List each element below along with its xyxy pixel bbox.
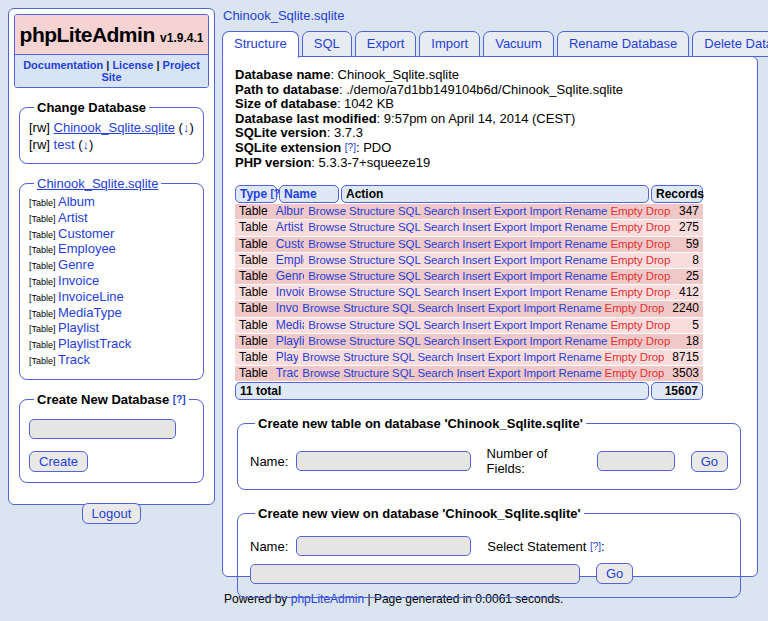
action-structure-link[interactable]: Structure [349,319,395,331]
action-empty-link[interactable]: Empty [610,254,642,266]
action-empty-link[interactable]: Empty [610,335,642,347]
action-browse-link[interactable]: Browse [308,335,346,347]
action-insert-link[interactable]: Insert [462,270,490,282]
action-sql-link[interactable]: SQL [398,254,420,266]
table-name-link-album[interactable]: Album [276,204,305,218]
action-rename-link[interactable]: Rename [559,367,602,379]
action-browse-link[interactable]: Browse [308,286,346,298]
action-browse-link[interactable]: Browse [302,367,340,379]
action-structure-link[interactable]: Structure [349,335,395,347]
action-export-link[interactable]: Export [488,367,521,379]
table-name-link-employee[interactable]: Employee [276,253,305,267]
tab-delete-database[interactable]: Delete Database [692,31,768,57]
column-header-name[interactable]: Name [279,185,339,203]
tab-import[interactable]: Import [419,31,480,57]
action-rename-link[interactable]: Rename [564,270,607,282]
action-insert-link[interactable]: Insert [456,302,484,314]
action-structure-link[interactable]: Structure [343,302,389,314]
action-sql-link[interactable]: SQL [398,335,420,347]
table-name-link-invoice[interactable]: Invoice [276,285,305,299]
action-sql-link[interactable]: SQL [398,286,420,298]
action-empty-link[interactable]: Empty [610,221,642,233]
action-structure-link[interactable]: Structure [349,270,395,282]
action-rename-link[interactable]: Rename [564,205,607,217]
tab-rename-database[interactable]: Rename Database [557,31,689,57]
action-sql-link[interactable]: SQL [398,238,420,250]
action-browse-link[interactable]: Browse [308,270,346,282]
table-name-link-invoiceline[interactable]: InvoiceLine [276,301,299,315]
tab-structure[interactable]: Structure [222,31,299,58]
action-insert-link[interactable]: Insert [462,335,490,347]
action-structure-link[interactable]: Structure [349,205,395,217]
action-structure-link[interactable]: Structure [349,221,395,233]
action-search-link[interactable]: Search [423,319,459,331]
action-search-link[interactable]: Search [417,367,453,379]
action-empty-link[interactable]: Empty [605,367,637,379]
table-name-link-genre[interactable]: Genre [276,269,305,283]
database-link[interactable]: Chinook_Sqlite.sqlite [54,120,175,135]
action-rename-link[interactable]: Rename [564,221,607,233]
current-database-link[interactable]: Chinook_Sqlite.sqlite [37,176,158,191]
action-import-link[interactable]: Import [523,351,555,363]
action-drop-link[interactable]: Drop [640,351,665,363]
select-statement-help-icon[interactable]: [?] [590,541,601,552]
action-search-link[interactable]: Search [423,205,459,217]
action-drop-link[interactable]: Drop [646,254,671,266]
action-browse-link[interactable]: Browse [308,254,346,266]
action-search-link[interactable]: Search [423,221,459,233]
action-insert-link[interactable]: Insert [462,286,490,298]
action-structure-link[interactable]: Structure [343,367,389,379]
table-name-link-artist[interactable]: Artist [276,220,303,234]
action-drop-link[interactable]: Drop [640,302,665,314]
action-export-link[interactable]: Export [494,221,527,233]
tab-vacuum[interactable]: Vacuum [483,31,554,57]
action-drop-link[interactable]: Drop [646,221,671,233]
table-name-link-track[interactable]: Track [276,366,299,380]
action-rename-link[interactable]: Rename [564,254,607,266]
action-rename-link[interactable]: Rename [564,238,607,250]
create-view-go-button[interactable]: Go [596,563,633,584]
action-empty-link[interactable]: Empty [605,351,637,363]
action-browse-link[interactable]: Browse [302,351,340,363]
info-help-icon[interactable]: [?] [345,142,356,153]
action-insert-link[interactable]: Insert [462,238,490,250]
sidebar-table-link-playlist[interactable]: Playlist [58,320,99,335]
action-empty-link[interactable]: Empty [610,270,642,282]
action-search-link[interactable]: Search [417,351,453,363]
breadcrumb-database-link[interactable]: Chinook_Sqlite.sqlite [223,8,344,23]
action-drop-link[interactable]: Drop [646,286,671,298]
action-insert-link[interactable]: Insert [462,254,490,266]
action-empty-link[interactable]: Empty [610,286,642,298]
tab-export[interactable]: Export [355,31,417,57]
action-search-link[interactable]: Search [423,286,459,298]
action-browse-link[interactable]: Browse [308,205,346,217]
sidebar-table-link-invoiceline[interactable]: InvoiceLine [58,289,124,304]
action-import-link[interactable]: Import [529,254,561,266]
sidebar-table-link-customer[interactable]: Customer [58,226,114,241]
action-structure-link[interactable]: Structure [343,351,389,363]
action-export-link[interactable]: Export [488,302,521,314]
table-name-link-playlisttrack[interactable]: PlaylistTrack [276,350,299,364]
action-export-link[interactable]: Export [488,351,521,363]
action-rename-link[interactable]: Rename [559,351,602,363]
action-browse-link[interactable]: Browse [308,319,346,331]
action-sql-link[interactable]: SQL [398,319,420,331]
action-search-link[interactable]: Search [423,254,459,266]
action-empty-link[interactable]: Empty [610,238,642,250]
sidebar-table-link-employee[interactable]: Employee [58,241,116,256]
action-insert-link[interactable]: Insert [462,205,490,217]
create-view-name-input[interactable] [296,536,471,556]
nav-link-documentation[interactable]: Documentation [23,59,103,71]
action-drop-link[interactable]: Drop [646,319,671,331]
action-structure-link[interactable]: Structure [349,286,395,298]
sidebar-table-link-invoice[interactable]: Invoice [58,273,99,288]
action-export-link[interactable]: Export [494,286,527,298]
sidebar-table-link-track[interactable]: Track [58,352,90,367]
action-drop-link[interactable]: Drop [646,270,671,282]
action-insert-link[interactable]: Insert [456,367,484,379]
action-export-link[interactable]: Export [494,254,527,266]
action-empty-link[interactable]: Empty [610,205,642,217]
action-search-link[interactable]: Search [423,335,459,347]
action-import-link[interactable]: Import [523,367,555,379]
action-empty-link[interactable]: Empty [610,319,642,331]
